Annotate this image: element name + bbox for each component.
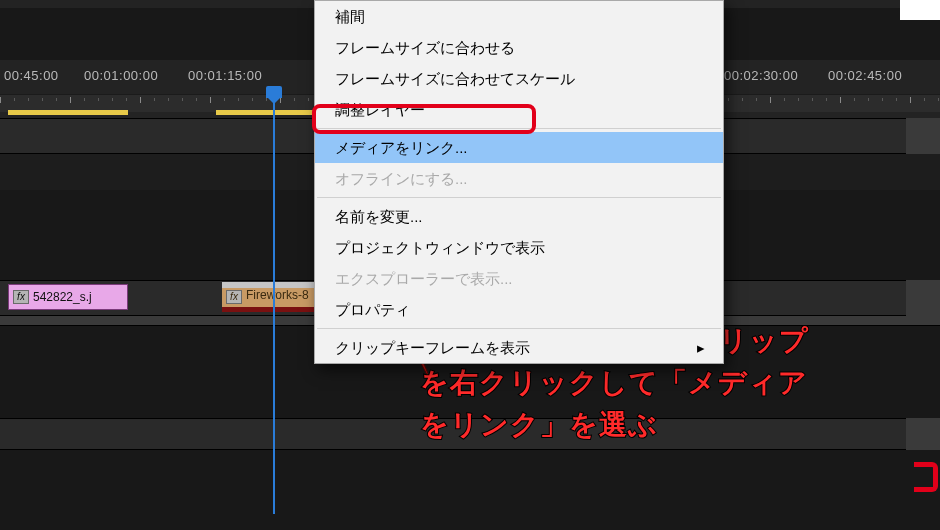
clip-label: Fireworks-8 <box>246 288 309 302</box>
menu-item[interactable]: プロパティ <box>315 294 723 325</box>
context-menu[interactable]: 補間フレームサイズに合わせるフレームサイズに合わせてスケール調整レイヤーメディア… <box>314 0 724 364</box>
timecode-label: 00:02:45:00 <box>828 68 902 83</box>
timecode-label: 00:45:00 <box>4 68 59 83</box>
menu-separator <box>317 197 721 198</box>
menu-item[interactable]: フレームサイズに合わせてスケール <box>315 63 723 94</box>
menu-item[interactable]: プロジェクトウィンドウで表示 <box>315 232 723 263</box>
playhead-line[interactable] <box>273 94 275 514</box>
playhead-icon[interactable] <box>266 96 282 104</box>
menu-item[interactable]: フレームサイズに合わせる <box>315 32 723 63</box>
clip-label: 542822_s.j <box>33 290 92 304</box>
menu-item: オフラインにする... <box>315 163 723 194</box>
track-pad <box>906 280 940 316</box>
track-pad <box>906 118 940 154</box>
chevron-right-icon: ▸ <box>697 337 705 358</box>
menu-item[interactable]: クリップキーフレームを表示 ▸ <box>315 332 723 363</box>
clip-item[interactable]: fx 542822_s.j <box>8 284 128 310</box>
track-pad <box>906 418 940 450</box>
timecode-label: 00:02:30:00 <box>724 68 798 83</box>
menu-separator <box>317 328 721 329</box>
menu-separator <box>317 128 721 129</box>
track-row[interactable] <box>0 418 940 450</box>
work-area-bar[interactable] <box>8 110 128 115</box>
menu-item[interactable]: 名前を変更... <box>315 201 723 232</box>
fx-badge-icon: fx <box>13 290 29 304</box>
timecode-label: 00:01:15:00 <box>188 68 262 83</box>
annotation-line: を右クリックして「メディア <box>420 362 930 404</box>
menu-item: エクスプローラーで表示... <box>315 263 723 294</box>
timecode-label: 00:01:00:00 <box>84 68 158 83</box>
white-corner <box>900 0 940 20</box>
fx-badge-icon: fx <box>226 290 242 304</box>
menu-item-link-media[interactable]: メディアをリンク... <box>315 132 723 163</box>
menu-item[interactable]: 調整レイヤー <box>315 94 723 125</box>
annotation-corner-icon <box>914 462 938 492</box>
menu-item[interactable]: 補間 <box>315 1 723 32</box>
